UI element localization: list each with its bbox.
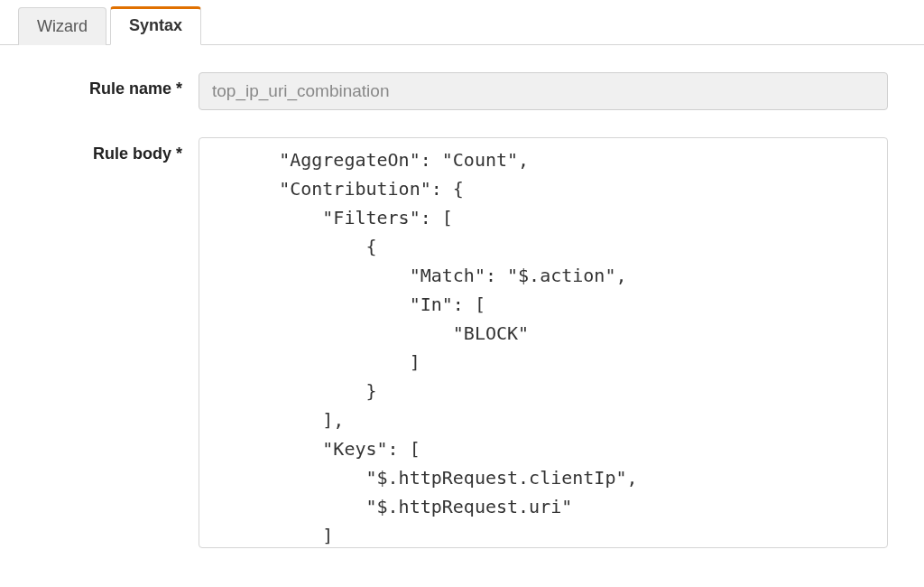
rule-body-editor[interactable]: "AggregateOn": "Count", "Contribution": …	[199, 137, 888, 548]
rule-name-row: Rule name *	[36, 72, 888, 110]
tab-wizard[interactable]: Wizard	[18, 7, 106, 45]
rule-name-label: Rule name *	[36, 72, 199, 98]
tab-bar: Wizard Syntax	[0, 0, 924, 45]
form-area: Rule name * Rule body * "AggregateOn": "…	[0, 45, 924, 548]
tab-syntax[interactable]: Syntax	[110, 6, 201, 45]
rule-name-input[interactable]	[199, 72, 888, 110]
rule-body-label: Rule body *	[36, 137, 199, 163]
rule-body-row: Rule body * "AggregateOn": "Count", "Con…	[36, 137, 888, 548]
